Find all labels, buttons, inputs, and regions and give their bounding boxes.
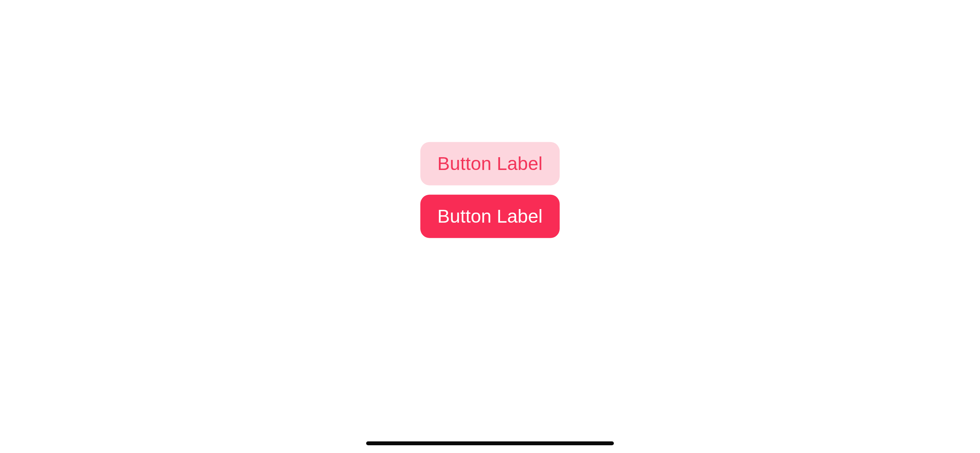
tinted-button[interactable]: Button Label bbox=[420, 142, 560, 185]
tinted-button-label: Button Label bbox=[437, 154, 543, 173]
button-group: Button Label Button Label bbox=[420, 142, 560, 238]
home-indicator[interactable] bbox=[366, 441, 614, 445]
filled-button-label: Button Label bbox=[437, 207, 543, 226]
filled-button[interactable]: Button Label bbox=[420, 195, 560, 238]
